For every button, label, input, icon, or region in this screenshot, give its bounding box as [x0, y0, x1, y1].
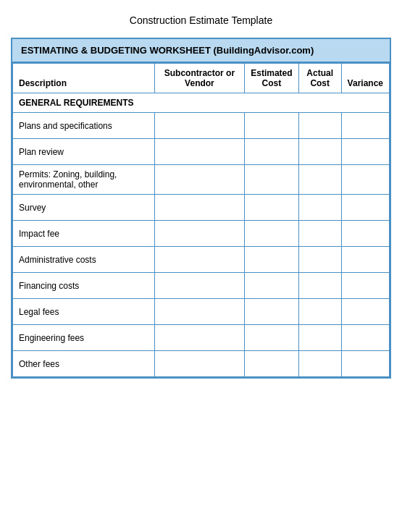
cell-estimated [244, 113, 298, 139]
cell-subcontractor [154, 325, 244, 351]
table-row: Plan review [13, 139, 390, 165]
cell-actual [298, 325, 341, 351]
cell-variance [341, 113, 389, 139]
cell-actual [298, 273, 341, 299]
table-row: Plans and specifications [13, 113, 390, 139]
cell-subcontractor [154, 221, 244, 247]
cell-description: Permits: Zoning, building, environmental… [13, 165, 155, 195]
cell-estimated [244, 221, 298, 247]
col-subcontractor-header: Subcontractor or Vendor [154, 64, 244, 93]
cell-description: Engineering fees [13, 325, 155, 351]
cell-estimated [244, 165, 298, 195]
cell-variance [341, 195, 389, 221]
col-estimated-header: Estimated Cost [244, 64, 298, 93]
cell-actual [298, 247, 341, 273]
page-title: Construction Estimate Template [130, 14, 272, 26]
cell-actual [298, 299, 341, 325]
worksheet-header: ESTIMATING & BUDGETING WORKSHEET (Buildi… [12, 39, 390, 63]
cell-description: Survey [13, 195, 155, 221]
worksheet-table: Description Subcontractor or Vendor Esti… [12, 63, 390, 377]
table-row: Other fees [13, 351, 390, 377]
col-actual-header: Actual Cost [298, 64, 341, 93]
cell-subcontractor [154, 351, 244, 377]
cell-variance [341, 247, 389, 273]
cell-estimated [244, 139, 298, 165]
worksheet-container: ESTIMATING & BUDGETING WORKSHEET (Buildi… [11, 38, 391, 379]
table-row: Survey [13, 195, 390, 221]
column-header-row: Description Subcontractor or Vendor Esti… [13, 64, 390, 93]
cell-subcontractor [154, 273, 244, 299]
cell-variance [341, 221, 389, 247]
cell-estimated [244, 299, 298, 325]
section-header-row: GENERAL REQUIREMENTS [13, 93, 390, 113]
cell-actual [298, 195, 341, 221]
cell-description: Financing costs [13, 273, 155, 299]
cell-variance [341, 139, 389, 165]
cell-subcontractor [154, 165, 244, 195]
cell-subcontractor [154, 139, 244, 165]
cell-actual [298, 221, 341, 247]
table-row: Engineering fees [13, 325, 390, 351]
col-description-header: Description [13, 64, 155, 93]
cell-subcontractor [154, 299, 244, 325]
cell-estimated [244, 273, 298, 299]
cell-actual [298, 113, 341, 139]
cell-subcontractor [154, 195, 244, 221]
cell-estimated [244, 195, 298, 221]
cell-description: Administrative costs [13, 247, 155, 273]
table-row: Legal fees [13, 299, 390, 325]
cell-estimated [244, 351, 298, 377]
cell-variance [341, 351, 389, 377]
cell-description: Plan review [13, 139, 155, 165]
cell-description: Impact fee [13, 221, 155, 247]
table-row: Impact fee [13, 221, 390, 247]
cell-estimated [244, 247, 298, 273]
cell-variance [341, 299, 389, 325]
cell-actual [298, 351, 341, 377]
table-row: Financing costs [13, 273, 390, 299]
cell-variance [341, 325, 389, 351]
cell-variance [341, 165, 389, 195]
cell-actual [298, 139, 341, 165]
cell-variance [341, 273, 389, 299]
cell-estimated [244, 325, 298, 351]
cell-subcontractor [154, 247, 244, 273]
cell-description: Legal fees [13, 299, 155, 325]
cell-description: Other fees [13, 351, 155, 377]
cell-subcontractor [154, 113, 244, 139]
cell-actual [298, 165, 341, 195]
col-variance-header: Variance [341, 64, 389, 93]
cell-description: Plans and specifications [13, 113, 155, 139]
table-row: Administrative costs [13, 247, 390, 273]
table-row: Permits: Zoning, building, environmental… [13, 165, 390, 195]
